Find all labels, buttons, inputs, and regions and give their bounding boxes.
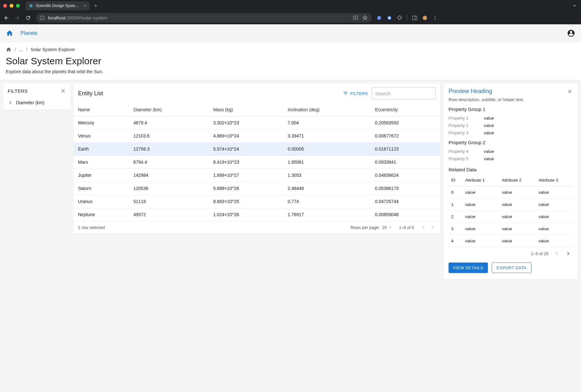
- property-row: Property 5value: [449, 155, 573, 162]
- new-tab-button[interactable]: +: [92, 3, 99, 9]
- window-maximize-button[interactable]: [16, 4, 20, 8]
- prev-page-button[interactable]: [420, 224, 426, 230]
- table-cell: 49572: [129, 208, 209, 221]
- tab-close-icon[interactable]: ×: [84, 3, 86, 8]
- column-header[interactable]: Attribute 3: [536, 174, 573, 186]
- table-cell: 12756.3: [129, 143, 209, 156]
- related-next-button[interactable]: [565, 250, 571, 257]
- filter-icon: [343, 90, 348, 96]
- svg-point-16: [435, 19, 436, 20]
- table-cell: 0.20563593: [370, 116, 440, 129]
- table-row[interactable]: 0valuevaluevalue: [449, 186, 573, 199]
- extension-icon-2[interactable]: [386, 15, 392, 21]
- view-details-button[interactable]: VIEW DETAILS: [449, 263, 488, 273]
- property-value: value: [484, 149, 494, 154]
- extension-icon-1[interactable]: [376, 15, 382, 21]
- table-row[interactable]: Neptune495721.024×10^261.769170.00859048: [74, 208, 440, 221]
- property-group-title: Property Group 2: [449, 140, 573, 145]
- svg-rect-10: [388, 17, 390, 19]
- table-cell: value: [463, 186, 499, 199]
- forward-button[interactable]: [14, 15, 20, 21]
- property-key: Property 3: [449, 130, 484, 135]
- filter-item-diameter[interactable]: Diameter (km): [3, 97, 70, 110]
- table-cell: 4879.4: [129, 116, 209, 129]
- column-header[interactable]: Attribute 2: [499, 174, 536, 186]
- table-row[interactable]: Earth12756.35.974×10^240.000050.01671123: [74, 143, 440, 156]
- table-cell: 3.39471: [283, 129, 370, 143]
- table-cell: 1.899×10^27: [209, 169, 283, 182]
- window-close-button[interactable]: [3, 4, 7, 8]
- column-header[interactable]: Eccentricity: [370, 103, 440, 116]
- table-cell: 1.85061: [283, 156, 370, 169]
- close-filters-icon[interactable]: [60, 88, 66, 94]
- account-icon[interactable]: [567, 29, 575, 37]
- table-cell: value: [536, 235, 573, 247]
- entity-filters-button[interactable]: FILTERS: [343, 90, 368, 96]
- reload-button[interactable]: [25, 15, 31, 21]
- related-data-heading: Related Data: [449, 167, 573, 172]
- breadcrumb-ellipsis[interactable]: ...: [19, 47, 23, 52]
- related-range: 1–5 of 25: [531, 251, 548, 256]
- chevron-right-icon: [8, 100, 13, 105]
- chrome-menu-icon[interactable]: [432, 15, 438, 21]
- next-page-button[interactable]: [430, 224, 436, 230]
- table-cell: 3: [449, 223, 463, 235]
- table-cell: Venus: [74, 129, 129, 143]
- site-info-icon[interactable]: [40, 15, 45, 20]
- table-row[interactable]: 2valuevaluevalue: [449, 211, 573, 223]
- column-header[interactable]: ID: [449, 174, 463, 186]
- table-row[interactable]: Mars6794.46.419×10^231.850610.0933941: [74, 156, 440, 169]
- column-header[interactable]: Inclination (deg): [283, 103, 370, 116]
- svg-point-15: [435, 18, 436, 19]
- extensions-row: [376, 15, 440, 21]
- search-input[interactable]: [372, 87, 436, 99]
- table-cell: value: [536, 211, 573, 223]
- table-row[interactable]: Venus12103.64.869×10^243.394710.00677672: [74, 129, 440, 143]
- table-row[interactable]: 3valuevaluevalue: [449, 223, 573, 235]
- tab-favicon: [29, 4, 33, 8]
- table-row[interactable]: Mercury4879.43.302×10^237.0040.20563593: [74, 116, 440, 129]
- table-cell: 0.04725744: [370, 195, 440, 208]
- table-cell: 4.869×10^24: [209, 129, 283, 143]
- extensions-menu-icon[interactable]: [397, 15, 402, 21]
- tab-overflow-button[interactable]: [571, 3, 578, 9]
- table-row[interactable]: 4valuevaluevalue: [449, 235, 573, 247]
- nav-link-planets[interactable]: Planets: [20, 30, 37, 36]
- profile-avatar[interactable]: [422, 15, 428, 21]
- preview-panel: Preview Heading Row description, subtitl…: [443, 83, 578, 279]
- chevron-down-icon: [388, 225, 393, 230]
- back-button[interactable]: [3, 15, 10, 21]
- column-header[interactable]: Mass (kg): [209, 103, 283, 116]
- table-cell: 12103.6: [129, 129, 209, 143]
- table-row[interactable]: Jupiter1429841.899×10^271.30530.04838624: [74, 169, 440, 182]
- filters-panel: FILTERS Diameter (km): [3, 83, 70, 110]
- tab-title: Scientific Design System Tem: [36, 4, 81, 8]
- table-row[interactable]: Uranus511188.683×10^250.7740.04725744: [74, 195, 440, 208]
- table-cell: value: [463, 235, 499, 247]
- close-preview-icon[interactable]: [567, 89, 573, 94]
- bookmark-icon[interactable]: [362, 15, 368, 21]
- home-icon[interactable]: [6, 29, 13, 37]
- rows-per-page-select[interactable]: 25: [382, 225, 393, 230]
- table-row[interactable]: Saturn1205365.688×10^262.484460.05386179: [74, 182, 440, 195]
- app-header: Planets: [0, 24, 581, 42]
- side-panel-icon[interactable]: [412, 15, 418, 21]
- table-row[interactable]: 1valuevaluevalue: [449, 199, 573, 211]
- column-header[interactable]: Name: [74, 103, 129, 116]
- main-content: FILTERS Diameter (km) Entity List FILTER…: [0, 80, 581, 289]
- table-cell: 5.688×10^26: [209, 182, 283, 195]
- property-value: value: [484, 130, 494, 135]
- svg-rect-8: [378, 16, 381, 20]
- install-app-icon[interactable]: [353, 15, 358, 21]
- address-bar[interactable]: localhost:3000/#/solar-system: [36, 13, 372, 23]
- related-prev-button[interactable]: [553, 250, 560, 257]
- table-cell: 7.004: [283, 116, 370, 129]
- export-data-button[interactable]: EXPORT DATA: [492, 263, 531, 273]
- column-header[interactable]: Diameter (km): [129, 103, 209, 116]
- column-header[interactable]: Attribute 1: [463, 174, 499, 186]
- svg-point-13: [423, 16, 427, 20]
- browser-tab[interactable]: Scientific Design System Tem ×: [26, 1, 90, 10]
- breadcrumb-home-icon[interactable]: [6, 47, 12, 52]
- table-cell: Jupiter: [74, 169, 129, 182]
- window-minimize-button[interactable]: [10, 4, 13, 8]
